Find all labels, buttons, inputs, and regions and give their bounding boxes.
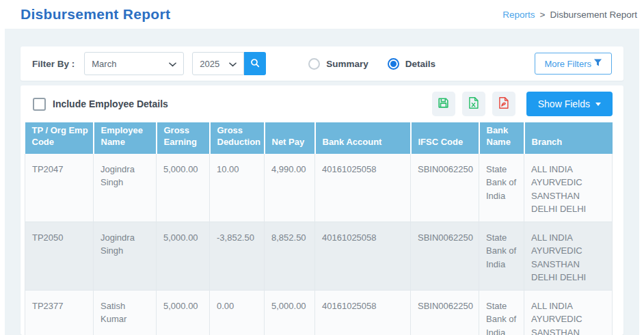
more-filters-button[interactable]: More Filters	[535, 53, 612, 75]
table-cell: State Bank of India	[479, 222, 524, 290]
month-select-value: March	[92, 59, 116, 69]
table-cell: 5,000.00	[157, 290, 210, 335]
table-cell: ALL INDIA AYURVEDIC SANSTHAN DELHI DELHI	[524, 154, 613, 222]
export-actions: Show Fields	[432, 92, 613, 116]
disbursement-report-page: Disbursement Report Reports > Disburseme…	[0, 0, 644, 335]
more-filters-label: More Filters	[544, 59, 591, 69]
table-cell: 5,000.00	[265, 290, 315, 335]
radio-details[interactable]	[388, 58, 399, 70]
caret-down-icon	[595, 103, 601, 106]
table-cell: 5,000.00	[157, 154, 210, 222]
table-cell: State Bank of India	[479, 290, 524, 335]
search-button[interactable]	[244, 52, 266, 75]
excel-icon	[468, 96, 479, 111]
breadcrumb: Reports > Disbursement Report	[502, 10, 637, 20]
column-header: IFSC Code	[411, 122, 479, 154]
table-cell: 40161025058	[315, 154, 411, 222]
table-cell: 8,852.50	[265, 222, 315, 290]
table-cell: State Bank of India	[479, 154, 524, 222]
table-row: TP2047Jogindra Singh5,000.0010.004,990.0…	[25, 154, 613, 222]
table-cell: Satish Kumar	[94, 290, 157, 335]
include-employee-details-label: Include Employee Details	[53, 98, 168, 109]
table-cell: 40161025058	[315, 290, 411, 335]
radio-summary[interactable]	[308, 58, 320, 70]
save-icon	[437, 96, 450, 111]
table-cell: SBIN0062250	[411, 222, 479, 290]
table-row: TP2377Satish Kumar5,000.000.005,000.0040…	[25, 290, 613, 335]
table-toolbar: Include Employee Details	[25, 85, 613, 122]
table-cell: 0.00	[210, 290, 265, 335]
view-mode-radio-group: Summary Details	[308, 58, 435, 70]
save-button[interactable]	[432, 92, 455, 116]
table-cell: TP2047	[25, 154, 94, 222]
filter-bar: Filter By : March 2025	[21, 46, 623, 81]
table-cell: SBIN0062250	[411, 154, 479, 222]
breadcrumb-current: Disbursement Report	[550, 10, 637, 20]
report-card: Include Employee Details	[21, 85, 623, 335]
radio-summary-label: Summary	[326, 59, 368, 69]
table-cell: 10.00	[210, 154, 265, 222]
radio-option-summary[interactable]: Summary	[308, 58, 368, 70]
search-icon	[250, 57, 260, 70]
table-cell: ALL INDIA AYURVEDIC SANSTHAN DELHI DELHI	[524, 222, 613, 290]
export-excel-button[interactable]	[462, 92, 485, 116]
table-header-row: TP / Org Emp CodeEmployee NameGross Earn…	[25, 122, 613, 154]
column-header: Gross Earning	[157, 122, 210, 154]
table-cell: 40161025058	[315, 222, 411, 290]
chevron-down-icon	[169, 59, 176, 69]
disbursement-table: TP / Org Emp CodeEmployee NameGross Earn…	[25, 122, 613, 335]
year-select[interactable]: 2025	[192, 52, 244, 75]
filter-funnel-icon	[593, 58, 602, 69]
table-cell: ALL INDIA AYURVEDIC SANSTHAN DELHI DELHI	[524, 290, 613, 335]
show-fields-label: Show Fields	[538, 98, 590, 109]
pdf-icon	[498, 96, 509, 111]
table-cell: Jogindra Singh	[94, 154, 157, 222]
include-employee-details-checkbox[interactable]	[33, 98, 46, 111]
column-header: Branch	[524, 122, 613, 154]
breadcrumb-separator: >	[540, 10, 546, 20]
export-pdf-button[interactable]	[492, 92, 515, 116]
table-row: TP2050Jogindra Singh5,000.00-3,852.508,8…	[25, 222, 613, 290]
table-cell: -3,852.50	[210, 222, 265, 290]
column-header: TP / Org Emp Code	[25, 122, 94, 154]
table-cell: 4,990.00	[265, 154, 315, 222]
table-cell: Jogindra Singh	[94, 222, 157, 290]
column-header: Employee Name	[94, 122, 157, 154]
top-bar: Disbursement Report Reports > Disburseme…	[0, 0, 644, 29]
table-cell: TP2377	[25, 290, 94, 335]
column-header: Bank Name	[479, 122, 524, 154]
table-body: TP2047Jogindra Singh5,000.0010.004,990.0…	[25, 154, 613, 335]
table-cell: SBIN0062250	[411, 290, 479, 335]
show-fields-button[interactable]: Show Fields	[526, 92, 613, 116]
filter-by-label: Filter By :	[32, 59, 75, 69]
year-select-value: 2025	[200, 59, 219, 69]
chevron-down-icon	[229, 59, 237, 69]
column-header: Net Pay	[265, 122, 315, 154]
page-background: Filter By : March 2025	[5, 29, 639, 335]
month-select[interactable]: March	[84, 52, 184, 75]
table-cell: 5,000.00	[157, 222, 210, 290]
radio-details-label: Details	[405, 59, 435, 69]
breadcrumb-link-reports[interactable]: Reports	[502, 10, 535, 20]
column-header: Bank Account	[315, 122, 411, 154]
table-cell: TP2050	[25, 222, 94, 290]
column-header: Gross Deduction	[210, 122, 265, 154]
page-title: Disbursement Report	[21, 6, 170, 23]
radio-option-details[interactable]: Details	[388, 58, 435, 70]
